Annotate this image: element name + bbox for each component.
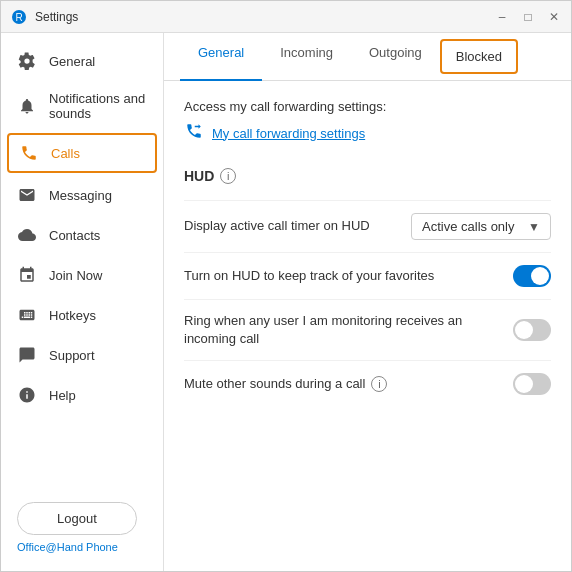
sidebar-item-calls[interactable]: Calls [7,133,157,173]
titlebar-left: R Settings [11,9,78,25]
hud-header: HUD i [184,168,551,184]
forwarding-link[interactable]: My call forwarding settings [212,126,365,141]
setting-label-turn-on-hud: Turn on HUD to keep track of your favori… [184,267,464,285]
setting-row-turn-on-hud: Turn on HUD to keep track of your favori… [184,252,551,299]
tab-blocked[interactable]: Blocked [440,39,518,74]
setting-label-ring-monitoring: Ring when any user I am monitoring recei… [184,312,464,348]
sidebar-item-label-general: General [49,54,95,69]
sidebar-item-label-messaging: Messaging [49,188,112,203]
sidebar-item-label-support: Support [49,348,95,363]
setting-label-display-timer: Display active call timer on HUD [184,217,411,235]
sidebar-item-label-calls: Calls [51,146,80,161]
window-title: Settings [35,10,78,24]
toggle-track-on[interactable] [513,265,551,287]
sidebar-item-label-joinnow: Join Now [49,268,102,283]
sidebar-item-general[interactable]: General [1,41,163,81]
chevron-down-icon: ▼ [528,220,540,234]
bell-icon [17,96,37,116]
hud-title: HUD [184,168,214,184]
sidebar-bottom: Logout Office@Hand Phone [1,492,163,563]
logout-button[interactable]: Logout [17,502,137,535]
cloud-icon [17,225,37,245]
keyboard-icon [17,305,37,325]
sidebar-item-label-hotkeys: Hotkeys [49,308,96,323]
toggle-ring-monitoring[interactable] [513,319,551,341]
hud-section: HUD i Display active call timer on HUD A… [184,168,551,407]
gear-icon [17,51,37,71]
tabs-bar: General Incoming Outgoing Blocked [164,33,571,81]
sidebar-item-notifications[interactable]: Notifications and sounds [1,81,163,131]
toggle-thumb-mute [515,375,533,393]
sidebar-item-hotkeys[interactable]: Hotkeys [1,295,163,335]
toggle-thumb [531,267,549,285]
info-circle-icon [17,385,37,405]
maximize-button[interactable]: □ [521,10,535,24]
calendar-icon [17,265,37,285]
toggle-hud[interactable] [513,265,551,287]
toggle-thumb [515,321,533,339]
app-icon: R [11,9,27,25]
toggle-mute-sounds[interactable] [513,373,551,395]
sidebar-item-label-contacts: Contacts [49,228,100,243]
forwarding-link-row: My call forwarding settings [184,122,551,144]
sidebar-item-label-notifications: Notifications and sounds [49,91,147,121]
main-panel: General Incoming Outgoing Blocked Access… [164,33,571,571]
chat-icon [17,345,37,365]
forwarding-section: Access my call forwarding settings: My c… [184,99,551,144]
setting-row-ring-monitoring: Ring when any user I am monitoring recei… [184,299,551,360]
sidebar-item-joinnow[interactable]: Join Now [1,255,163,295]
sidebar-item-messaging[interactable]: Messaging [1,175,163,215]
minimize-button[interactable]: – [495,10,509,24]
hud-info-icon[interactable]: i [220,168,236,184]
active-calls-dropdown[interactable]: Active calls only ▼ [411,213,551,240]
toggle-track-off[interactable] [513,319,551,341]
sidebar-item-contacts[interactable]: Contacts [1,215,163,255]
setting-label-mute-sounds: Mute other sounds during a call [184,375,365,393]
toggle-track-mute-off[interactable] [513,373,551,395]
sidebar-item-help[interactable]: Help [1,375,163,415]
dropdown-value: Active calls only [422,219,514,234]
setting-row-display-timer: Display active call timer on HUD Active … [184,200,551,252]
svg-text:R: R [15,12,22,23]
office-link[interactable]: Office@Hand Phone [17,541,147,553]
tab-general[interactable]: General [180,33,262,81]
phone-icon [19,143,39,163]
phone-forward-icon [184,122,204,144]
setting-row-mute-sounds: Mute other sounds during a call i [184,360,551,407]
main-content: Access my call forwarding settings: My c… [164,81,571,571]
sidebar: General Notifications and sounds Calls [1,33,164,571]
titlebar: R Settings – □ ✕ [1,1,571,33]
titlebar-controls: – □ ✕ [495,10,561,24]
sidebar-item-support[interactable]: Support [1,335,163,375]
close-button[interactable]: ✕ [547,10,561,24]
tab-incoming[interactable]: Incoming [262,33,351,81]
sidebar-item-label-help: Help [49,388,76,403]
tab-outgoing[interactable]: Outgoing [351,33,440,81]
mute-info-icon[interactable]: i [371,376,387,392]
envelope-icon [17,185,37,205]
settings-window: R Settings – □ ✕ General No [0,0,572,572]
content-area: General Notifications and sounds Calls [1,33,571,571]
forwarding-title: Access my call forwarding settings: [184,99,551,114]
